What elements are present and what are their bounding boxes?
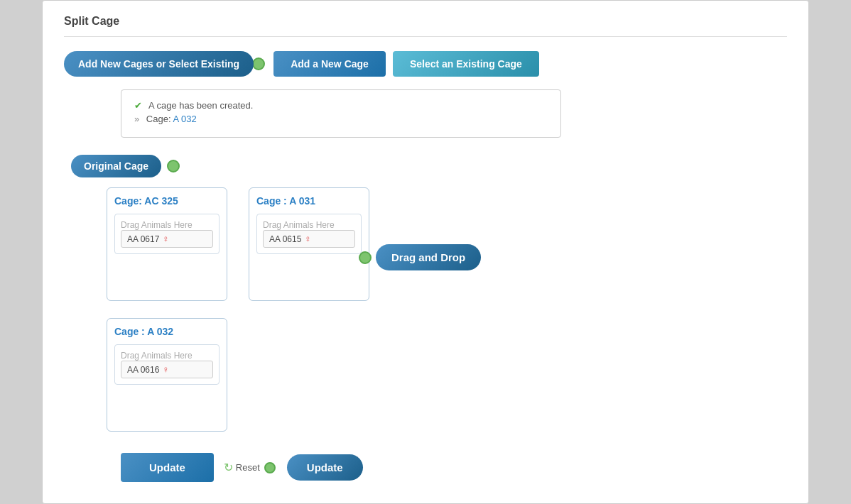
- cage-ac325-dropzone[interactable]: Drag Animals Here AA 0617 ♀: [114, 214, 219, 254]
- animal-aa0616[interactable]: AA 0616 ♀: [121, 361, 213, 378]
- gender-icon-aa0616: ♀: [162, 364, 169, 375]
- cages-row-2: Cage : A 032 Drag Animals Here AA 0616 ♀: [107, 318, 787, 432]
- cage-card-a032: Cage : A 032 Drag Animals Here AA 0616 ♀: [107, 318, 227, 432]
- gender-icon-aa0615: ♀: [304, 234, 311, 244]
- success-line-2: » Cage: A 032: [134, 114, 548, 124]
- update-button[interactable]: Update: [121, 453, 214, 482]
- success-box: ✔ A cage has been created. » Cage: A 032: [121, 89, 561, 138]
- reset-icon: ↻: [224, 461, 233, 474]
- cages-row-1: Cage: AC 325 Drag Animals Here AA 0617 ♀…: [107, 187, 787, 301]
- add-new-cage-button[interactable]: Add a New Cage: [273, 51, 386, 77]
- cage-link[interactable]: A 032: [173, 114, 196, 124]
- cage-a032-title: Cage : A 032: [114, 326, 219, 337]
- animal-aa0615-id: AA 0615: [269, 234, 301, 244]
- cage-a031-placeholder: Drag Animals Here: [263, 220, 355, 230]
- success-line-1: ✔ A cage has been created.: [134, 100, 548, 111]
- drag-drop-tooltip: Drag and Drop: [376, 244, 481, 270]
- animal-aa0615[interactable]: AA 0615 ♀: [263, 230, 355, 248]
- original-connector-dot: [167, 160, 180, 172]
- original-cage-row: Original Cage: [71, 155, 787, 177]
- main-container: Split Cage Add New Cages or Select Exist…: [42, 0, 809, 504]
- gender-icon-aa0617: ♀: [162, 234, 169, 244]
- cage-a032-dropzone[interactable]: Drag Animals Here AA 0616 ♀: [114, 344, 219, 385]
- step-label: Add New Cages or Select Existing: [64, 51, 254, 77]
- cage-card-ac325: Cage: AC 325 Drag Animals Here AA 0617 ♀: [107, 187, 227, 301]
- cage-card-a031: Cage : A 031 Drag Animals Here AA 0615 ♀: [249, 187, 369, 301]
- step-bar: Add New Cages or Select Existing Add a N…: [64, 51, 787, 77]
- reset-label: Reset: [236, 462, 260, 473]
- update-tooltip-dot: [264, 462, 276, 473]
- page-title: Split Cage: [64, 15, 787, 37]
- cage-label-prefix: Cage:: [146, 114, 171, 124]
- step-connector: [252, 57, 265, 70]
- cage-a031-title: Cage : A 031: [256, 195, 362, 207]
- original-cage-label: Original Cage: [71, 155, 161, 177]
- cage-a031-dropzone[interactable]: Drag Animals Here AA 0615 ♀: [256, 214, 362, 254]
- cage-ac325-title: Cage: AC 325: [114, 195, 219, 207]
- animal-aa0617-id: AA 0617: [127, 234, 159, 244]
- select-existing-cage-button[interactable]: Select an Existing Cage: [393, 51, 539, 77]
- drag-drop-dot: [359, 251, 372, 264]
- arrow-icon: »: [134, 114, 139, 124]
- animal-aa0616-id: AA 0616: [127, 365, 159, 375]
- cage-a032-placeholder: Drag Animals Here: [121, 351, 213, 361]
- update-tooltip: Update: [287, 454, 363, 481]
- animal-aa0617[interactable]: AA 0617 ♀: [121, 230, 213, 248]
- reset-button[interactable]: ↻ Reset: [224, 461, 260, 474]
- cage-ac325-placeholder: Drag Animals Here: [121, 220, 213, 230]
- bottom-actions: Update ↻ Reset Update: [64, 453, 787, 482]
- drag-drop-tooltip-area: Drag and Drop: [359, 244, 481, 270]
- checkmark-icon: ✔: [134, 100, 142, 111]
